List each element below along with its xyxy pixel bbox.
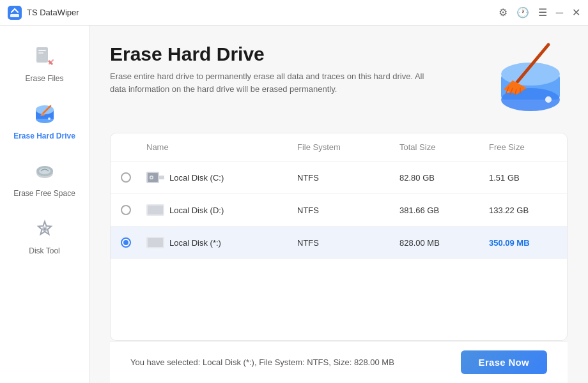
disk-c-free: 1.51 GB: [484, 168, 567, 188]
disk-c-total: 82.80 GB: [394, 168, 484, 188]
radio-disk-d[interactable]: [121, 205, 131, 215]
menu-icon[interactable]: ☰: [538, 6, 547, 19]
col-filesystem: File System: [292, 140, 394, 154]
svg-rect-4: [38, 52, 43, 54]
sidebar-item-erase-hard-drive[interactable]: Erase Hard Drive: [6, 93, 83, 148]
disk-d-name: Local Disk (D:): [169, 206, 224, 215]
col-total: Total Size: [394, 140, 484, 154]
svg-rect-3: [38, 50, 46, 51]
svg-rect-31: [148, 206, 163, 214]
disk-c-name-cell: Local Disk (C:): [141, 165, 292, 190]
sidebar-item-erase-hard-drive-label: Erase Hard Drive: [13, 131, 75, 140]
col-name: Name: [141, 140, 292, 154]
disk-star-icon: [146, 236, 164, 250]
disk-star-filesystem: NTFS: [292, 233, 394, 253]
table-row-disk-d[interactable]: Local Disk (D:) NTFS 381.66 GB 133.22 GB: [111, 194, 567, 227]
main-layout: Erase Files Erase Hard Drive: [0, 26, 588, 383]
sidebar-item-erase-files[interactable]: Erase Files: [6, 36, 83, 91]
disk-table: Name File System Total Size Free Size: [110, 133, 568, 341]
sidebar-item-erase-free-space[interactable]: Erase Free Space: [6, 151, 83, 206]
erase-files-icon: [31, 43, 58, 70]
titlebar: TS DataWiper ⚙ 🕐 ☰ ─ ✕: [0, 0, 588, 26]
col-radio: [111, 140, 141, 154]
disk-d-icon: [146, 203, 164, 217]
radio-disk-star[interactable]: [121, 237, 131, 248]
table-body: Local Disk (C:) NTFS 82.80 GB 1.51 GB: [111, 161, 567, 340]
table-row-disk-star[interactable]: Local Disk (*:) NTFS 828.00 MB 350.09 MB: [111, 227, 567, 259]
svg-point-29: [151, 177, 153, 179]
page-description: Erase entire hard drive to permanently e…: [110, 70, 442, 95]
disk-star-name-cell: Local Disk (*:): [141, 230, 292, 255]
radio-cell-d[interactable]: [111, 200, 141, 220]
radio-disk-c[interactable]: [121, 172, 131, 183]
svg-rect-1: [10, 14, 19, 17]
radio-cell-star[interactable]: [111, 232, 141, 253]
disk-c-icon: [146, 170, 164, 184]
erase-now-button[interactable]: Erase Now: [461, 350, 547, 374]
radio-cell-c[interactable]: [111, 167, 141, 188]
svg-rect-2: [36, 47, 48, 63]
disk-d-name-cell: Local Disk (D:): [141, 198, 292, 222]
disk-tool-icon: [31, 216, 58, 243]
content-title-section: Erase Hard Drive Erase entire hard drive…: [110, 43, 484, 95]
svg-rect-0: [8, 6, 22, 20]
footer-status: You have selected: Local Disk (*:), File…: [130, 357, 394, 367]
minimize-icon[interactable]: ─: [556, 7, 563, 19]
table-header-row: Name File System Total Size Free Size: [111, 133, 567, 161]
disk-d-filesystem: NTFS: [292, 200, 394, 220]
disk-d-total: 381.66 GB: [394, 200, 484, 220]
history-icon[interactable]: 🕐: [516, 6, 529, 19]
hero-illustration: [484, 37, 568, 120]
page-title: Erase Hard Drive: [110, 43, 484, 65]
disk-star-name: Local Disk (*:): [169, 238, 221, 248]
svg-point-14: [43, 228, 46, 230]
erase-free-space-icon: [31, 158, 58, 185]
content-area: Erase Hard Drive Erase entire hard drive…: [89, 26, 588, 383]
sidebar-item-erase-free-space-label: Erase Free Space: [13, 189, 75, 198]
disk-d-free: 133.22 GB: [484, 200, 567, 220]
table-row-disk-c[interactable]: Local Disk (C:) NTFS 82.80 GB 1.51 GB: [111, 161, 567, 194]
svg-point-19: [545, 96, 552, 103]
content-header: Erase Hard Drive Erase entire hard drive…: [110, 43, 568, 120]
svg-rect-33: [148, 238, 163, 247]
sidebar-item-disk-tool-label: Disk Tool: [29, 246, 59, 255]
col-free: Free Size: [484, 140, 567, 154]
settings-icon[interactable]: ⚙: [499, 6, 507, 19]
disk-c-name: Local Disk (C:): [169, 173, 224, 183]
sidebar-item-erase-files-label: Erase Files: [25, 74, 63, 83]
app-title: TS DataWiper: [27, 8, 499, 17]
sidebar: Erase Files Erase Hard Drive: [0, 26, 89, 383]
disk-star-free: 350.09 MB: [484, 233, 567, 253]
svg-point-7: [36, 105, 54, 114]
disk-star-total: 828.00 MB: [394, 233, 484, 253]
svg-point-8: [48, 117, 50, 120]
window-controls: ⚙ 🕐 ☰ ─ ✕: [499, 6, 580, 19]
close-icon[interactable]: ✕: [572, 6, 580, 19]
disk-c-filesystem: NTFS: [292, 168, 394, 188]
sidebar-item-disk-tool[interactable]: Disk Tool: [6, 208, 83, 263]
app-logo: [8, 6, 22, 20]
footer-bar: You have selected: Local Disk (*:), File…: [110, 341, 568, 383]
svg-rect-27: [159, 176, 164, 179]
erase-hard-drive-icon: [31, 101, 58, 128]
